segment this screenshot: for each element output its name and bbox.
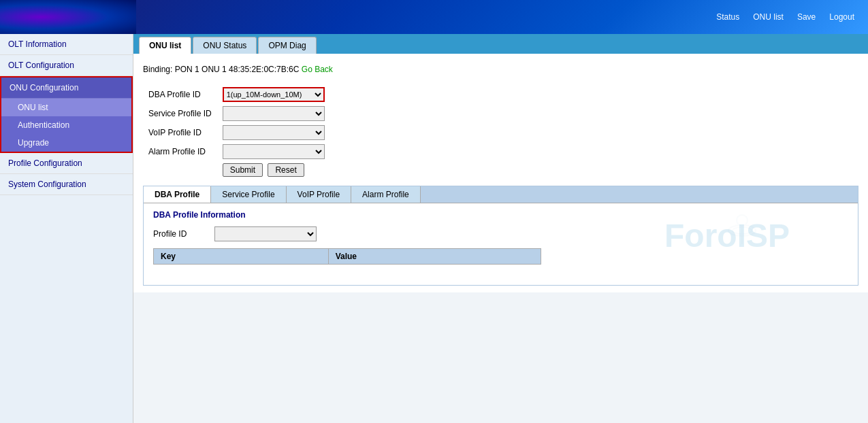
profile-id-label: Profile ID bbox=[153, 229, 208, 239]
sidebar-item-profile-configuration[interactable]: Profile Configuration bbox=[0, 153, 133, 174]
tab-service-profile[interactable]: Service Profile bbox=[211, 186, 286, 203]
service-profile-id-select[interactable] bbox=[223, 106, 325, 121]
tab-voip-profile[interactable]: VoIP Profile bbox=[287, 186, 351, 203]
binding-form: DBA Profile ID 1(up_10M-down_10M) Servic… bbox=[143, 85, 330, 179]
binding-info: Binding: PON 1 ONU 1 48:35:2E:0C:7B:6C G… bbox=[143, 61, 858, 78]
sidebar-item-olt-configuration[interactable]: OLT Configuration bbox=[0, 55, 133, 76]
tab-onu-list[interactable]: ONU list bbox=[139, 37, 191, 54]
dba-profile-table: Key Value bbox=[153, 248, 541, 265]
profile-tabs-area: DBA Profile Service Profile VoIP Profile… bbox=[143, 186, 858, 286]
dba-profile-id-select[interactable]: 1(up_10M-down_10M) bbox=[223, 87, 325, 102]
sidebar-item-upgrade[interactable]: Upgrade bbox=[1, 134, 131, 152]
top-tabs: ONU list ONU Status OPM Diag bbox=[133, 34, 868, 54]
form-row-dba: DBA Profile ID 1(up_10M-down_10M) bbox=[143, 85, 330, 104]
nav-status[interactable]: Status bbox=[716, 12, 739, 22]
header: Status ONU list Save Logout bbox=[0, 0, 868, 34]
go-back-link[interactable]: Go Back bbox=[302, 65, 333, 74]
form-row-buttons: Submit Reset bbox=[143, 161, 330, 179]
header-background bbox=[0, 0, 136, 34]
sidebar: OLT Information OLT Configuration ONU Co… bbox=[0, 34, 133, 423]
header-nav: Status ONU list Save Logout bbox=[716, 12, 854, 22]
content-area: Binding: PON 1 ONU 1 48:35:2E:0C:7B:6C G… bbox=[133, 54, 868, 292]
voip-profile-id-select[interactable] bbox=[223, 125, 325, 140]
table-col-key: Key bbox=[154, 249, 329, 265]
sidebar-item-onu-list[interactable]: ONU list bbox=[1, 99, 131, 116]
main-content: ONU list ONU Status OPM Diag Binding: PO… bbox=[133, 34, 868, 423]
table-col-value: Value bbox=[328, 249, 541, 265]
sidebar-onu-configuration-group: ONU Configuration ONU list Authenticatio… bbox=[0, 76, 133, 153]
sidebar-item-onu-configuration[interactable]: ONU Configuration bbox=[1, 78, 131, 99]
nav-save[interactable]: Save bbox=[797, 12, 816, 22]
tab-opm-diag[interactable]: OPM Diag bbox=[258, 37, 316, 54]
sidebar-item-system-configuration[interactable]: System Configuration bbox=[0, 174, 133, 195]
alarm-profile-id-select[interactable] bbox=[223, 144, 325, 159]
service-profile-id-label: Service Profile ID bbox=[143, 104, 217, 123]
profile-content: ForoISP DBA Profile Information Profile … bbox=[144, 203, 858, 285]
profile-tabs: DBA Profile Service Profile VoIP Profile… bbox=[144, 186, 858, 203]
form-row-voip: VoIP Profile ID bbox=[143, 123, 330, 142]
sidebar-item-authentication[interactable]: Authentication bbox=[1, 116, 131, 134]
dba-profile-info-title: DBA Profile Information bbox=[153, 210, 848, 220]
voip-profile-id-label: VoIP Profile ID bbox=[143, 123, 217, 142]
nav-onu-list[interactable]: ONU list bbox=[753, 12, 784, 22]
nav-logout[interactable]: Logout bbox=[829, 12, 854, 22]
submit-button[interactable]: Submit bbox=[223, 163, 263, 177]
dba-profile-id-label: DBA Profile ID bbox=[143, 85, 217, 104]
form-row-service: Service Profile ID bbox=[143, 104, 330, 123]
form-row-alarm: Alarm Profile ID bbox=[143, 142, 330, 161]
tab-dba-profile[interactable]: DBA Profile bbox=[144, 186, 211, 203]
table-header-row: Key Value bbox=[154, 249, 541, 265]
binding-text: Binding: PON 1 ONU 1 48:35:2E:0C:7B:6C bbox=[143, 65, 299, 74]
reset-button[interactable]: Reset bbox=[268, 163, 304, 177]
alarm-profile-id-label: Alarm Profile ID bbox=[143, 142, 217, 161]
dba-profile-id-info-select[interactable] bbox=[214, 226, 317, 241]
sidebar-item-olt-information[interactable]: OLT Information bbox=[0, 34, 133, 55]
tab-onu-status[interactable]: ONU Status bbox=[193, 37, 257, 54]
layout: OLT Information OLT Configuration ONU Co… bbox=[0, 34, 868, 423]
tab-alarm-profile[interactable]: Alarm Profile bbox=[351, 186, 421, 203]
profile-id-row: Profile ID bbox=[153, 226, 848, 241]
